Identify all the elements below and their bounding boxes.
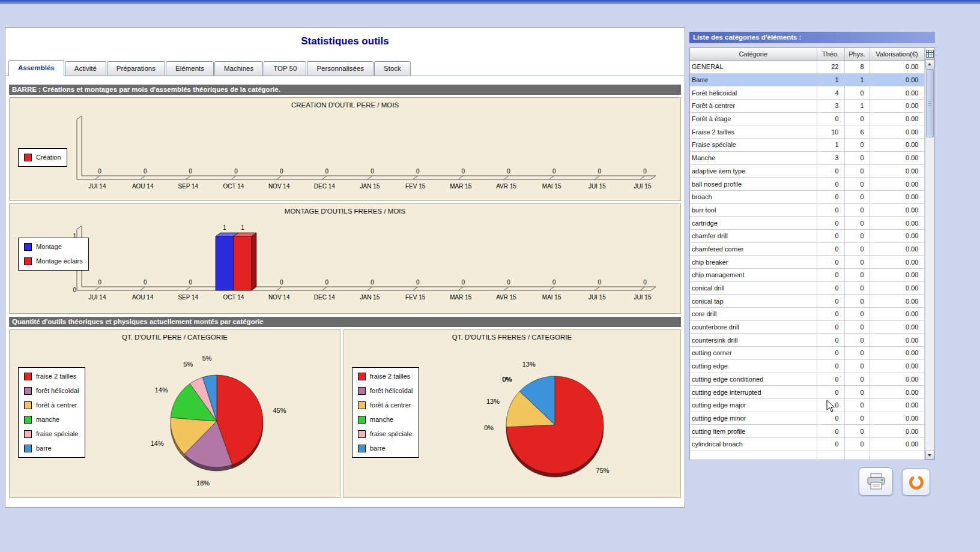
category-row[interactable]: conical drill000.00 xyxy=(690,281,924,295)
svg-text:0: 0 xyxy=(371,168,374,175)
category-row[interactable]: Forêt à centrer310.00 xyxy=(690,100,924,113)
cell-valorisation: 0.00 xyxy=(870,437,924,451)
cell-valorisation: 0.00 xyxy=(870,100,924,113)
cell-categorie: Fraise 2 tailles xyxy=(690,125,817,139)
category-row[interactable]: Manche300.00 xyxy=(690,151,924,164)
tab-stock[interactable]: Stock xyxy=(374,61,411,76)
column-header-1[interactable]: Théo. xyxy=(817,48,844,61)
svg-text:0: 0 xyxy=(643,168,647,175)
legend-swatch-icon xyxy=(358,430,366,438)
pie-chart-outil-pere: QT. D'OUTIL PERE / CATEGORIEfraise 2 tai… xyxy=(9,329,340,498)
category-row[interactable]: cutting item profile000.00 xyxy=(690,425,924,438)
cell-valorisation: 0.00 xyxy=(870,269,924,282)
cell-categorie: Barre xyxy=(690,73,817,86)
category-row[interactable]: chip management000.00 xyxy=(690,269,924,282)
category-row[interactable]: cutting edge conditioned000.00 xyxy=(690,373,924,386)
svg-text:14%: 14% xyxy=(151,440,164,447)
svg-text:FEV 15: FEV 15 xyxy=(405,294,426,301)
cell-categorie: cutting item profile xyxy=(690,425,817,438)
tab-top-50[interactable]: TOP 50 xyxy=(264,61,306,76)
column-header-2[interactable]: Phys. xyxy=(844,48,870,61)
tab-elements[interactable]: Eléments xyxy=(166,61,214,76)
category-row[interactable]: core drill000.00 xyxy=(690,308,924,321)
svg-text:JUI 15: JUI 15 xyxy=(588,183,606,190)
grid-icon xyxy=(926,50,934,58)
legend-item: barre xyxy=(358,445,413,452)
svg-text:0%: 0% xyxy=(502,376,512,383)
cell-theo: 0 xyxy=(817,412,844,425)
category-row[interactable]: Forêt à étage000.00 xyxy=(690,112,924,125)
category-row[interactable]: ball nosed profile000.00 xyxy=(690,178,924,191)
print-button[interactable] xyxy=(859,467,893,496)
legend-item: fraise 2 tailles xyxy=(24,373,79,380)
svg-text:0: 0 xyxy=(234,168,238,175)
legend-item: forêt à centrer xyxy=(358,401,413,409)
tab-personnalisees[interactable]: Personnalisées xyxy=(307,61,374,76)
cell-phys: 0 xyxy=(844,256,870,269)
legend-label: forêt hélicoïdal xyxy=(370,387,413,395)
category-row[interactable]: countersink drill000.00 xyxy=(690,334,924,347)
category-row[interactable]: broach000.00 xyxy=(690,190,924,203)
category-row[interactable]: cutting edge major000.00 xyxy=(690,398,924,412)
cell-phys: 0 xyxy=(844,151,870,164)
column-options-button[interactable] xyxy=(925,48,935,59)
svg-text:0: 0 xyxy=(462,168,465,175)
bar-chart-creation: CREATION D'OUTIL PERE / MOISCréationJUI … xyxy=(9,97,681,201)
cell-categorie: Manche xyxy=(690,151,817,164)
cell-theo: 0 xyxy=(817,178,844,191)
legend-swatch-icon xyxy=(358,401,366,409)
category-row[interactable]: Barre110.00 xyxy=(690,73,924,86)
scrollbar-thumb[interactable] xyxy=(926,69,934,137)
category-row[interactable]: chip breaker000.00 xyxy=(690,256,924,269)
cell-theo: 0 xyxy=(817,229,844,242)
cell-categorie: Forêt à étage xyxy=(690,112,817,125)
category-row[interactable]: burr tool000.00 xyxy=(690,203,924,217)
category-row[interactable]: cutting edge minor000.00 xyxy=(690,412,924,425)
category-row[interactable]: GENERAL2280.00 xyxy=(690,61,924,74)
chart-legend: Création xyxy=(18,148,67,167)
cell-theo: 10 xyxy=(817,125,844,139)
cell-theo: 0 xyxy=(817,190,844,203)
scrollbar-track[interactable] xyxy=(925,138,935,451)
tab-preparations[interactable]: Préparations xyxy=(107,61,165,76)
tab-machines[interactable]: Machines xyxy=(214,61,263,76)
tab-assembles[interactable]: Assemblés xyxy=(8,60,64,76)
category-row[interactable]: cylindrical broach000.00 xyxy=(690,437,924,451)
category-row[interactable]: Forêt hélicoïdal400.00 xyxy=(690,86,924,100)
category-row[interactable]: cutting corner000.00 xyxy=(690,347,924,360)
column-header-3[interactable]: Valorisation(€) xyxy=(870,48,924,61)
legend-swatch-icon xyxy=(358,416,366,424)
legend-swatch-icon xyxy=(24,387,32,395)
category-row[interactable]: cutting edge000.00 xyxy=(690,359,924,373)
scroll-up-button[interactable] xyxy=(925,59,935,68)
cell-categorie: ball nosed profile xyxy=(690,178,817,191)
section-header-pie-charts: Quantité d'outils théoriques et physique… xyxy=(9,317,681,327)
category-row[interactable]: counterbore drill000.00 xyxy=(690,320,924,334)
cell-categorie: cartridge xyxy=(690,217,817,230)
legend-item: fraise spéciale xyxy=(24,430,79,438)
bar-chart-montage: MONTAGE D'OUTILS FRERES / MOISMontageMon… xyxy=(9,203,681,314)
category-row[interactable]: cartridge000.00 xyxy=(690,217,924,230)
category-row[interactable]: Fraise 2 tailles1060.00 xyxy=(690,125,924,139)
refresh-button[interactable] xyxy=(902,469,930,496)
category-row[interactable]: Fraise spéciale100.00 xyxy=(690,139,924,152)
cell-theo: 0 xyxy=(817,425,844,438)
category-row[interactable]: conical tap000.00 xyxy=(690,295,924,308)
cell-theo: 3 xyxy=(817,100,844,113)
category-row[interactable]: chamfer drill000.00 xyxy=(690,229,924,242)
legend-label: manche xyxy=(370,416,393,424)
category-row[interactable]: chamfered corner000.00 xyxy=(690,242,924,256)
cell-valorisation: 0.00 xyxy=(870,295,924,308)
cell-categorie: adaptive item type xyxy=(690,164,817,178)
category-row[interactable]: cutting edge interrupted000.00 xyxy=(690,386,924,399)
scroll-down-button[interactable] xyxy=(925,451,935,460)
tab-bar: AssemblésActivitéPréparationsElémentsMac… xyxy=(5,60,685,76)
column-header-0[interactable]: Catégorie xyxy=(690,48,817,61)
cell-phys: 0 xyxy=(844,295,870,308)
tab-activite[interactable]: Activité xyxy=(65,61,106,76)
legend-label: barre xyxy=(36,445,52,452)
svg-text:0: 0 xyxy=(73,287,76,293)
cell-categorie: countersink drill xyxy=(690,334,817,347)
category-row[interactable]: adaptive item type000.00 xyxy=(690,164,924,178)
legend-label: Création xyxy=(36,154,61,161)
